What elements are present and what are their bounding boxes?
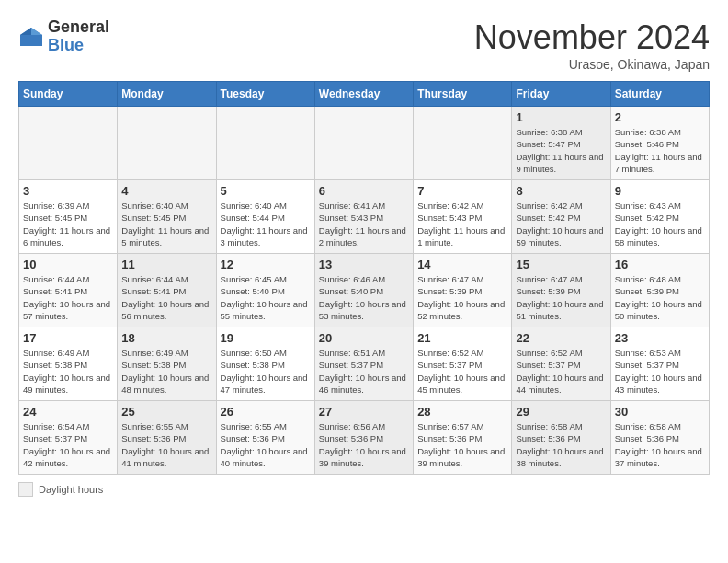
header-cell-tuesday: Tuesday xyxy=(216,82,314,107)
day-info: Sunrise: 6:51 AM Sunset: 5:37 PM Dayligh… xyxy=(319,347,409,396)
day-number: 17 xyxy=(23,331,113,345)
day-number: 9 xyxy=(615,184,705,198)
calendar-week-0: 1Sunrise: 6:38 AM Sunset: 5:47 PM Daylig… xyxy=(19,107,710,180)
day-info: Sunrise: 6:44 AM Sunset: 5:41 PM Dayligh… xyxy=(121,273,211,322)
calendar-cell: 23Sunrise: 6:53 AM Sunset: 5:37 PM Dayli… xyxy=(610,327,709,401)
day-info: Sunrise: 6:43 AM Sunset: 5:42 PM Dayligh… xyxy=(615,200,705,248)
day-number: 24 xyxy=(23,405,113,419)
logo-general-text: General xyxy=(48,18,109,37)
calendar-header: SundayMondayTuesdayWednesdayThursdayFrid… xyxy=(19,82,710,107)
day-info: Sunrise: 6:47 AM Sunset: 5:39 PM Dayligh… xyxy=(417,273,507,322)
day-number: 28 xyxy=(417,405,507,419)
logo: General Blue xyxy=(18,18,109,55)
calendar-week-1: 3Sunrise: 6:39 AM Sunset: 5:45 PM Daylig… xyxy=(19,180,710,254)
svg-marker-2 xyxy=(20,28,31,35)
day-number: 18 xyxy=(121,331,211,345)
day-number: 8 xyxy=(516,184,606,198)
day-info: Sunrise: 6:49 AM Sunset: 5:38 PM Dayligh… xyxy=(23,347,113,396)
header-cell-wednesday: Wednesday xyxy=(314,82,413,107)
day-info: Sunrise: 6:50 AM Sunset: 5:38 PM Dayligh… xyxy=(221,347,311,396)
day-info: Sunrise: 6:42 AM Sunset: 5:43 PM Dayligh… xyxy=(417,200,507,248)
calendar-cell: 25Sunrise: 6:55 AM Sunset: 5:36 PM Dayli… xyxy=(118,401,216,475)
calendar-cell: 4Sunrise: 6:40 AM Sunset: 5:45 PM Daylig… xyxy=(118,180,216,254)
day-number: 5 xyxy=(221,184,311,198)
legend-label: Daylight hours xyxy=(39,484,103,495)
day-info: Sunrise: 6:57 AM Sunset: 5:36 PM Dayligh… xyxy=(417,420,507,469)
day-number: 11 xyxy=(121,258,211,271)
day-info: Sunrise: 6:47 AM Sunset: 5:39 PM Dayligh… xyxy=(516,273,606,322)
day-number: 19 xyxy=(221,331,311,345)
logo-blue-text: Blue xyxy=(48,37,109,55)
day-number: 30 xyxy=(615,405,705,419)
day-number: 13 xyxy=(319,258,409,271)
header-cell-thursday: Thursday xyxy=(414,82,512,107)
day-info: Sunrise: 6:38 AM Sunset: 5:46 PM Dayligh… xyxy=(615,126,705,175)
day-number: 20 xyxy=(319,331,409,345)
day-info: Sunrise: 6:44 AM Sunset: 5:41 PM Dayligh… xyxy=(23,273,113,322)
calendar-cell: 8Sunrise: 6:42 AM Sunset: 5:42 PM Daylig… xyxy=(512,180,610,254)
day-info: Sunrise: 6:58 AM Sunset: 5:36 PM Dayligh… xyxy=(615,420,705,469)
title-block: November 2024 Urasoe, Okinawa, Japan xyxy=(474,18,710,72)
calendar-cell: 27Sunrise: 6:56 AM Sunset: 5:36 PM Dayli… xyxy=(314,401,413,475)
calendar-cell: 22Sunrise: 6:52 AM Sunset: 5:37 PM Dayli… xyxy=(512,327,610,401)
day-number: 10 xyxy=(23,258,113,271)
calendar-cell: 21Sunrise: 6:52 AM Sunset: 5:37 PM Dayli… xyxy=(414,327,512,401)
calendar-cell: 24Sunrise: 6:54 AM Sunset: 5:37 PM Dayli… xyxy=(19,401,118,475)
day-info: Sunrise: 6:52 AM Sunset: 5:37 PM Dayligh… xyxy=(516,347,606,396)
day-info: Sunrise: 6:45 AM Sunset: 5:40 PM Dayligh… xyxy=(221,273,311,322)
legend-box xyxy=(18,482,33,497)
day-info: Sunrise: 6:58 AM Sunset: 5:36 PM Dayligh… xyxy=(516,420,606,469)
day-info: Sunrise: 6:39 AM Sunset: 5:45 PM Dayligh… xyxy=(23,200,113,248)
day-info: Sunrise: 6:55 AM Sunset: 5:36 PM Dayligh… xyxy=(121,420,211,469)
logo-text: General Blue xyxy=(48,18,109,55)
day-info: Sunrise: 6:40 AM Sunset: 5:44 PM Dayligh… xyxy=(221,200,311,248)
header-cell-sunday: Sunday xyxy=(19,82,118,107)
day-info: Sunrise: 6:40 AM Sunset: 5:45 PM Dayligh… xyxy=(121,200,211,248)
day-info: Sunrise: 6:49 AM Sunset: 5:38 PM Dayligh… xyxy=(121,347,211,396)
calendar-cell xyxy=(414,107,512,180)
calendar-cell: 2Sunrise: 6:38 AM Sunset: 5:46 PM Daylig… xyxy=(610,107,709,180)
calendar-cell: 1Sunrise: 6:38 AM Sunset: 5:47 PM Daylig… xyxy=(512,107,610,180)
calendar-cell: 29Sunrise: 6:58 AM Sunset: 5:36 PM Dayli… xyxy=(512,401,610,475)
calendar-cell: 11Sunrise: 6:44 AM Sunset: 5:41 PM Dayli… xyxy=(118,254,216,327)
calendar-cell: 30Sunrise: 6:58 AM Sunset: 5:36 PM Dayli… xyxy=(610,401,709,475)
location-subtitle: Urasoe, Okinawa, Japan xyxy=(474,57,710,72)
calendar-cell: 5Sunrise: 6:40 AM Sunset: 5:44 PM Daylig… xyxy=(216,180,314,254)
day-number: 14 xyxy=(417,258,507,271)
calendar-cell: 12Sunrise: 6:45 AM Sunset: 5:40 PM Dayli… xyxy=(216,254,314,327)
calendar-cell: 3Sunrise: 6:39 AM Sunset: 5:45 PM Daylig… xyxy=(19,180,118,254)
calendar-cell xyxy=(216,107,314,180)
day-number: 7 xyxy=(417,184,507,198)
day-number: 26 xyxy=(221,405,311,419)
day-number: 23 xyxy=(615,331,705,345)
calendar-cell: 14Sunrise: 6:47 AM Sunset: 5:39 PM Dayli… xyxy=(414,254,512,327)
calendar-body: 1Sunrise: 6:38 AM Sunset: 5:47 PM Daylig… xyxy=(19,107,710,475)
day-number: 4 xyxy=(121,184,211,198)
day-info: Sunrise: 6:56 AM Sunset: 5:36 PM Dayligh… xyxy=(319,420,409,469)
calendar-cell: 9Sunrise: 6:43 AM Sunset: 5:42 PM Daylig… xyxy=(610,180,709,254)
header-cell-friday: Friday xyxy=(512,82,610,107)
calendar-cell: 16Sunrise: 6:48 AM Sunset: 5:39 PM Dayli… xyxy=(610,254,709,327)
day-number: 3 xyxy=(23,184,113,198)
calendar-cell: 6Sunrise: 6:41 AM Sunset: 5:43 PM Daylig… xyxy=(314,180,413,254)
calendar-cell xyxy=(118,107,216,180)
header-cell-saturday: Saturday xyxy=(610,82,709,107)
header-row: SundayMondayTuesdayWednesdayThursdayFrid… xyxy=(19,82,710,107)
day-number: 29 xyxy=(516,405,606,419)
logo-icon xyxy=(18,24,44,50)
calendar-cell: 13Sunrise: 6:46 AM Sunset: 5:40 PM Dayli… xyxy=(314,254,413,327)
calendar-week-2: 10Sunrise: 6:44 AM Sunset: 5:41 PM Dayli… xyxy=(19,254,710,327)
calendar-cell: 17Sunrise: 6:49 AM Sunset: 5:38 PM Dayli… xyxy=(19,327,118,401)
day-number: 2 xyxy=(615,110,705,124)
calendar-table: SundayMondayTuesdayWednesdayThursdayFrid… xyxy=(18,81,710,475)
day-number: 22 xyxy=(516,331,606,345)
calendar-week-3: 17Sunrise: 6:49 AM Sunset: 5:38 PM Dayli… xyxy=(19,327,710,401)
calendar-cell: 7Sunrise: 6:42 AM Sunset: 5:43 PM Daylig… xyxy=(414,180,512,254)
calendar-cell: 10Sunrise: 6:44 AM Sunset: 5:41 PM Dayli… xyxy=(19,254,118,327)
day-number: 21 xyxy=(417,331,507,345)
calendar-cell: 26Sunrise: 6:55 AM Sunset: 5:36 PM Dayli… xyxy=(216,401,314,475)
day-number: 27 xyxy=(319,405,409,419)
day-info: Sunrise: 6:55 AM Sunset: 5:36 PM Dayligh… xyxy=(221,420,311,469)
legend: Daylight hours xyxy=(18,482,710,497)
calendar-cell: 19Sunrise: 6:50 AM Sunset: 5:38 PM Dayli… xyxy=(216,327,314,401)
